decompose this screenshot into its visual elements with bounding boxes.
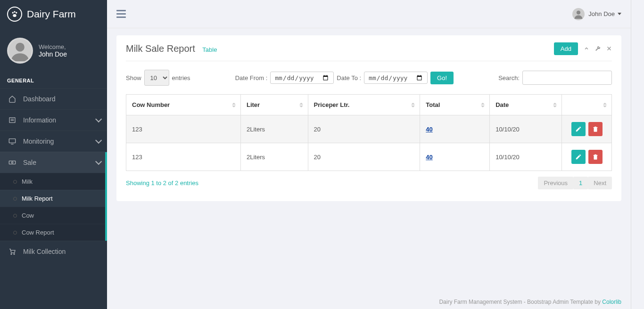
cell-price: 20 [308, 115, 420, 143]
wrench-icon[interactable] [595, 45, 601, 53]
caret-down-icon [618, 13, 621, 15]
page-footer: Dairy Farm Management System - Bootstrap… [107, 293, 631, 309]
col-price[interactable]: Priceper Ltr. [308, 95, 420, 115]
table-row: 1232Liters204010/10/20 [126, 115, 612, 143]
profile-block: Welcome, John Doe [0, 28, 107, 73]
svg-point-2 [16, 12, 17, 13]
panel-title: Milk Sale Report [126, 43, 195, 54]
table-row: 1232Liters204010/10/20 [126, 143, 612, 171]
sort-icon [232, 103, 236, 107]
date-to-input[interactable] [364, 72, 428, 84]
svg-point-0 [12, 12, 14, 13]
svg-point-3 [13, 14, 17, 17]
next-button[interactable]: Next [588, 177, 612, 189]
cell-price: 20 [308, 143, 420, 171]
section-label: GENERAL [0, 73, 107, 88]
col-date[interactable]: Date [490, 95, 562, 115]
svg-rect-8 [9, 139, 15, 143]
cell-liter: 2Liters [240, 115, 308, 143]
sidebar-item-monitoring[interactable]: Monitoring [0, 130, 107, 152]
sort-icon [603, 103, 607, 107]
svg-point-1 [14, 11, 15, 12]
report-panel: Milk Sale Report Table Add [116, 35, 621, 201]
svg-rect-10 [9, 161, 15, 164]
delete-button[interactable] [588, 150, 603, 164]
svg-point-12 [11, 253, 12, 254]
cell-cow-number: 123 [126, 143, 241, 171]
avatar-icon [572, 8, 585, 20]
col-total[interactable]: Total [420, 95, 490, 115]
date-to-label: Date To : [337, 74, 361, 81]
total-link[interactable]: 40 [426, 154, 432, 161]
brand[interactable]: Dairy Farm [0, 0, 107, 28]
svg-point-14 [577, 10, 580, 14]
total-link[interactable]: 40 [426, 126, 432, 133]
sort-icon [411, 103, 415, 107]
brand-title: Dairy Farm [27, 8, 76, 20]
table-info: Showing 1 to 2 of 2 entries [126, 179, 198, 187]
avatar [7, 38, 33, 64]
cell-total: 40 [420, 143, 490, 171]
sidebar-item-label: Sale [23, 159, 36, 166]
sort-icon [299, 103, 303, 107]
svg-point-11 [11, 162, 13, 163]
sidebar-item-milk-collection[interactable]: Milk Collection [0, 241, 107, 262]
search-input[interactable] [522, 71, 612, 85]
go-button[interactable]: Go! [430, 72, 454, 84]
search-label: Search: [498, 74, 520, 81]
date-from-input[interactable] [270, 72, 334, 84]
sidebar-item-sale[interactable]: Sale [0, 152, 107, 173]
col-actions [562, 95, 612, 115]
monitor-icon [7, 138, 17, 145]
user-menu-name: John Doe [588, 10, 615, 17]
topbar: John Doe [107, 0, 631, 28]
sidebar-item-label: Milk Collection [23, 248, 66, 255]
col-liter[interactable]: Liter [240, 95, 308, 115]
show-label: Show [126, 74, 141, 81]
sub-item-cow[interactable]: Cow [0, 207, 107, 224]
edit-button[interactable] [571, 150, 586, 164]
report-table: Cow Number Liter Priceper Ltr. Total Dat… [126, 94, 612, 171]
sidebar-item-information[interactable]: Information [0, 109, 107, 130]
date-from-label: Date From : [235, 74, 268, 81]
list-icon [7, 116, 17, 124]
prev-button[interactable]: Previous [538, 177, 573, 189]
edit-button[interactable] [571, 122, 586, 136]
home-icon [7, 95, 17, 103]
money-icon [7, 159, 17, 166]
close-icon[interactable] [606, 45, 612, 53]
hamburger-icon[interactable] [116, 10, 126, 18]
sidebar: Dairy Farm Welcome, John Doe GENERAL Das… [0, 0, 107, 309]
profile-name: John Doe [39, 50, 67, 58]
panel-subtitle: Table [202, 46, 217, 53]
cell-actions [562, 143, 612, 171]
sub-item-milk[interactable]: Milk [0, 173, 107, 190]
pagination: Previous 1 Next [538, 177, 612, 189]
entries-label: entries [172, 74, 190, 81]
col-cow-number[interactable]: Cow Number [126, 95, 241, 115]
footer-link[interactable]: Colorlib [602, 299, 621, 305]
cell-liter: 2Liters [240, 143, 308, 171]
cell-actions [562, 115, 612, 143]
page-number[interactable]: 1 [573, 177, 588, 189]
svg-point-4 [16, 43, 25, 52]
user-menu[interactable]: John Doe [572, 8, 621, 20]
sidebar-item-label: Dashboard [23, 95, 56, 103]
page-size-select[interactable]: 10 [144, 70, 169, 86]
scrollbar[interactable] [631, 0, 637, 309]
collapse-icon[interactable] [584, 45, 589, 53]
sort-icon [553, 103, 557, 107]
sub-item-cow-report[interactable]: Cow Report [0, 224, 107, 241]
svg-point-13 [14, 253, 15, 254]
sidebar-item-label: Information [23, 116, 56, 124]
cell-total: 40 [420, 115, 490, 143]
sidebar-item-label: Monitoring [23, 138, 54, 145]
sale-submenu: Milk Milk Report Cow Cow Report [0, 173, 107, 241]
add-button[interactable]: Add [554, 42, 578, 55]
cell-cow-number: 123 [126, 115, 241, 143]
welcome-text: Welcome, [39, 43, 67, 50]
cell-date: 10/10/20 [490, 143, 562, 171]
delete-button[interactable] [588, 122, 603, 136]
sidebar-item-dashboard[interactable]: Dashboard [0, 88, 107, 109]
sub-item-milk-report[interactable]: Milk Report [0, 190, 107, 207]
